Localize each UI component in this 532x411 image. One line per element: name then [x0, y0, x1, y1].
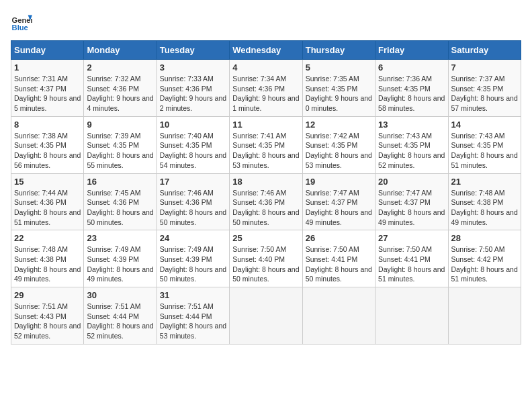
sunset-label: Sunset: 4:37 PM [306, 198, 358, 206]
sunset-label: Sunset: 4:38 PM [14, 255, 66, 263]
daylight-label: Daylight: 9 hours and 1 minute. [232, 94, 299, 112]
daylight-label: Daylight: 8 hours and 50 minutes. [87, 208, 153, 226]
sunset-label: Sunset: 4:36 PM [87, 85, 139, 93]
calendar-cell: 3 Sunrise: 7:33 AM Sunset: 4:36 PM Dayli… [157, 60, 229, 117]
sunrise-label: Sunrise: 7:42 AM [306, 132, 359, 140]
sunrise-label: Sunrise: 7:31 AM [14, 75, 68, 83]
sunrise-label: Sunrise: 7:33 AM [160, 75, 214, 83]
cell-content: Sunrise: 7:41 AM Sunset: 4:35 PM Dayligh… [232, 131, 299, 171]
calendar-cell [448, 287, 521, 345]
day-number: 1 [14, 62, 81, 73]
column-header-friday: Friday [375, 41, 448, 60]
cell-content: Sunrise: 7:39 AM Sunset: 4:35 PM Dayligh… [87, 131, 153, 171]
cell-content: Sunrise: 7:38 AM Sunset: 4:35 PM Dayligh… [14, 131, 81, 171]
sunset-label: Sunset: 4:36 PM [14, 198, 66, 206]
day-number: 3 [160, 62, 226, 73]
daylight-label: Daylight: 8 hours and 57 minutes. [451, 94, 518, 112]
day-number: 9 [87, 120, 153, 130]
calendar-cell [375, 287, 448, 345]
sunrise-label: Sunrise: 7:44 AM [14, 189, 68, 197]
calendar-cell: 19 Sunrise: 7:47 AM Sunset: 4:37 PM Dayl… [302, 173, 375, 230]
calendar-cell: 17 Sunrise: 7:46 AM Sunset: 4:36 PM Dayl… [157, 173, 229, 230]
day-number: 31 [160, 290, 226, 300]
day-number: 29 [14, 290, 81, 300]
calendar-cell: 14 Sunrise: 7:43 AM Sunset: 4:35 PM Dayl… [448, 116, 521, 173]
sunset-label: Sunset: 4:39 PM [160, 255, 212, 263]
sunrise-label: Sunrise: 7:51 AM [14, 302, 68, 310]
sunrise-label: Sunrise: 7:50 AM [378, 245, 432, 253]
sunrise-label: Sunrise: 7:43 AM [451, 132, 505, 140]
cell-content: Sunrise: 7:50 AM Sunset: 4:41 PM Dayligh… [378, 244, 445, 284]
day-number: 21 [451, 177, 518, 187]
daylight-label: Daylight: 8 hours and 50 minutes. [160, 208, 226, 226]
calendar-cell: 7 Sunrise: 7:37 AM Sunset: 4:35 PM Dayli… [448, 60, 521, 117]
cell-content: Sunrise: 7:51 AM Sunset: 4:44 PM Dayligh… [87, 302, 153, 341]
column-header-monday: Monday [84, 41, 157, 60]
calendar-cell: 6 Sunrise: 7:36 AM Sunset: 4:35 PM Dayli… [375, 60, 448, 117]
sunrise-label: Sunrise: 7:48 AM [14, 245, 68, 253]
sunset-label: Sunset: 4:44 PM [160, 312, 212, 320]
day-number: 11 [232, 120, 299, 130]
cell-content: Sunrise: 7:50 AM Sunset: 4:41 PM Dayligh… [306, 244, 372, 284]
sunset-label: Sunset: 4:41 PM [306, 255, 358, 263]
cell-content: Sunrise: 7:31 AM Sunset: 4:37 PM Dayligh… [14, 74, 81, 113]
daylight-label: Daylight: 9 hours and 0 minutes. [306, 94, 372, 112]
column-header-tuesday: Tuesday [157, 41, 229, 60]
day-number: 15 [14, 177, 81, 187]
sunset-label: Sunset: 4:35 PM [232, 141, 285, 149]
daylight-label: Daylight: 8 hours and 49 minutes. [87, 265, 153, 283]
calendar-header-row: SundayMondayTuesdayWednesdayThursdayFrid… [11, 41, 521, 60]
cell-content: Sunrise: 7:44 AM Sunset: 4:36 PM Dayligh… [14, 188, 81, 228]
day-number: 17 [160, 177, 226, 187]
cell-content: Sunrise: 7:33 AM Sunset: 4:36 PM Dayligh… [160, 74, 226, 113]
cell-content: Sunrise: 7:47 AM Sunset: 4:37 PM Dayligh… [306, 188, 372, 228]
calendar-cell: 30 Sunrise: 7:51 AM Sunset: 4:44 PM Dayl… [84, 287, 157, 345]
daylight-label: Daylight: 8 hours and 52 minutes. [14, 322, 81, 340]
daylight-label: Daylight: 8 hours and 51 minutes. [378, 265, 445, 283]
sunrise-label: Sunrise: 7:43 AM [378, 132, 432, 140]
calendar-week-row: 29 Sunrise: 7:51 AM Sunset: 4:43 PM Dayl… [11, 287, 521, 345]
day-number: 18 [232, 177, 299, 187]
cell-content: Sunrise: 7:51 AM Sunset: 4:43 PM Dayligh… [14, 302, 81, 341]
calendar-cell: 2 Sunrise: 7:32 AM Sunset: 4:36 PM Dayli… [84, 60, 157, 117]
cell-content: Sunrise: 7:48 AM Sunset: 4:38 PM Dayligh… [14, 244, 81, 284]
sunset-label: Sunset: 4:37 PM [14, 85, 66, 93]
calendar-cell: 27 Sunrise: 7:50 AM Sunset: 4:41 PM Dayl… [375, 230, 448, 287]
calendar-cell: 12 Sunrise: 7:42 AM Sunset: 4:35 PM Dayl… [302, 116, 375, 173]
daylight-label: Daylight: 8 hours and 49 minutes. [14, 265, 81, 283]
calendar-cell: 26 Sunrise: 7:50 AM Sunset: 4:41 PM Dayl… [302, 230, 375, 287]
daylight-label: Daylight: 8 hours and 53 minutes. [232, 151, 299, 169]
day-number: 22 [14, 233, 81, 243]
calendar-cell: 13 Sunrise: 7:43 AM Sunset: 4:35 PM Dayl… [375, 116, 448, 173]
cell-content: Sunrise: 7:34 AM Sunset: 4:36 PM Dayligh… [232, 74, 299, 113]
daylight-label: Daylight: 8 hours and 50 minutes. [232, 208, 299, 226]
sunrise-label: Sunrise: 7:50 AM [232, 245, 286, 253]
day-number: 25 [232, 233, 299, 243]
calendar-cell: 8 Sunrise: 7:38 AM Sunset: 4:35 PM Dayli… [11, 116, 84, 173]
column-header-saturday: Saturday [448, 41, 521, 60]
sunrise-label: Sunrise: 7:32 AM [87, 75, 140, 83]
daylight-label: Daylight: 8 hours and 53 minutes. [306, 151, 372, 169]
sunset-label: Sunset: 4:43 PM [14, 312, 66, 320]
sunset-label: Sunset: 4:36 PM [160, 85, 212, 93]
day-number: 4 [232, 62, 299, 73]
calendar-cell: 16 Sunrise: 7:45 AM Sunset: 4:36 PM Dayl… [84, 173, 157, 230]
day-number: 7 [451, 62, 518, 73]
cell-content: Sunrise: 7:43 AM Sunset: 4:35 PM Dayligh… [451, 131, 518, 171]
daylight-label: Daylight: 9 hours and 5 minutes. [14, 94, 81, 112]
cell-content: Sunrise: 7:49 AM Sunset: 4:39 PM Dayligh… [160, 244, 226, 284]
cell-content: Sunrise: 7:40 AM Sunset: 4:35 PM Dayligh… [160, 131, 226, 171]
page-header: General Blue [11, 11, 521, 32]
daylight-label: Daylight: 8 hours and 54 minutes. [160, 151, 226, 169]
sunset-label: Sunset: 4:35 PM [160, 141, 212, 149]
sunrise-label: Sunrise: 7:51 AM [160, 302, 214, 310]
sunset-label: Sunset: 4:35 PM [306, 141, 358, 149]
calendar-cell: 29 Sunrise: 7:51 AM Sunset: 4:43 PM Dayl… [11, 287, 84, 345]
sunrise-label: Sunrise: 7:38 AM [14, 132, 68, 140]
cell-content: Sunrise: 7:36 AM Sunset: 4:35 PM Dayligh… [378, 74, 445, 113]
sunrise-label: Sunrise: 7:49 AM [87, 245, 140, 253]
column-header-thursday: Thursday [302, 41, 375, 60]
sunset-label: Sunset: 4:35 PM [451, 85, 504, 93]
sunrise-label: Sunrise: 7:34 AM [232, 75, 286, 83]
day-number: 23 [87, 233, 153, 243]
